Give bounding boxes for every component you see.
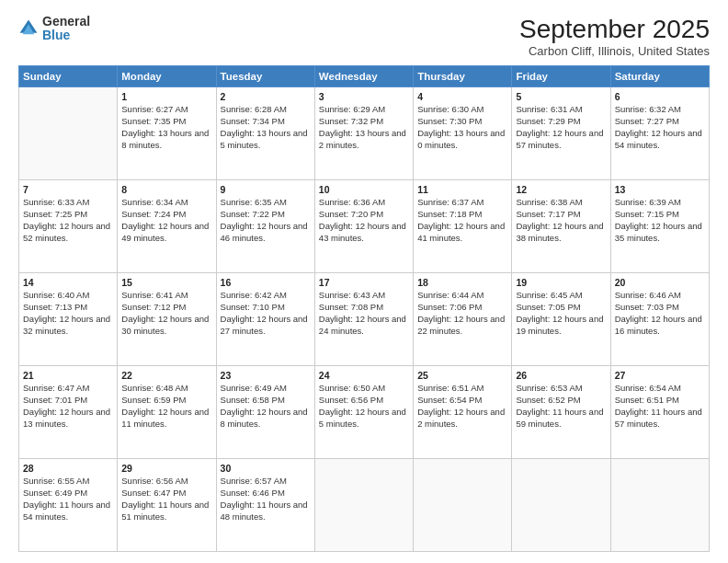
daylight-text: Daylight: 13 hours and 8 minutes. — [121, 128, 211, 152]
sunrise-text: Sunrise: 6:28 AM — [221, 104, 311, 116]
day-number: 4 — [417, 90, 507, 103]
daylight-text: Daylight: 13 hours and 5 minutes. — [221, 128, 311, 152]
daylight-text: Daylight: 11 hours and 57 minutes. — [615, 407, 705, 431]
daylight-text: Daylight: 12 hours and 49 minutes. — [121, 221, 211, 245]
day-cell: 28Sunrise: 6:55 AMSunset: 6:49 PMDayligh… — [19, 459, 118, 552]
day-cell — [414, 459, 512, 552]
sunset-text: Sunset: 7:18 PM — [417, 209, 507, 221]
day-number: 17 — [319, 276, 409, 289]
day-cell: 13Sunrise: 6:39 AMSunset: 7:15 PMDayligh… — [610, 180, 709, 273]
sunset-text: Sunset: 7:25 PM — [23, 209, 113, 221]
sunrise-text: Sunrise: 6:55 AM — [23, 476, 113, 488]
sunrise-text: Sunrise: 6:34 AM — [121, 197, 211, 209]
sunset-text: Sunset: 7:24 PM — [121, 209, 211, 221]
day-number: 6 — [615, 90, 705, 103]
daylight-text: Daylight: 12 hours and 2 minutes. — [417, 407, 507, 431]
sunset-text: Sunset: 7:20 PM — [319, 209, 409, 221]
day-number: 16 — [221, 276, 311, 289]
sunset-text: Sunset: 7:29 PM — [516, 116, 606, 128]
day-cell — [314, 459, 413, 552]
daylight-text: Daylight: 12 hours and 43 minutes. — [319, 221, 409, 245]
daylight-text: Daylight: 12 hours and 57 minutes. — [516, 128, 606, 152]
day-cell: 6Sunrise: 6:32 AMSunset: 7:27 PMDaylight… — [610, 87, 709, 180]
sunset-text: Sunset: 7:27 PM — [615, 116, 705, 128]
sunset-text: Sunset: 7:13 PM — [23, 302, 113, 314]
day-cell: 27Sunrise: 6:54 AMSunset: 6:51 PMDayligh… — [610, 366, 709, 459]
daylight-text: Daylight: 12 hours and 24 minutes. — [319, 314, 409, 338]
daylight-text: Daylight: 11 hours and 59 minutes. — [516, 407, 606, 431]
daylight-text: Daylight: 12 hours and 22 minutes. — [417, 314, 507, 338]
sunrise-text: Sunrise: 6:39 AM — [615, 197, 705, 209]
sunset-text: Sunset: 6:59 PM — [121, 395, 211, 407]
sunrise-text: Sunrise: 6:42 AM — [221, 290, 311, 302]
sunrise-text: Sunrise: 6:54 AM — [615, 383, 705, 395]
day-number: 30 — [221, 462, 311, 475]
day-cell: 25Sunrise: 6:51 AMSunset: 6:54 PMDayligh… — [414, 366, 512, 459]
daylight-text: Daylight: 12 hours and 11 minutes. — [121, 407, 211, 431]
day-cell: 3Sunrise: 6:29 AMSunset: 7:32 PMDaylight… — [314, 87, 413, 180]
day-number: 15 — [121, 276, 211, 289]
logo-general-text: General — [42, 15, 90, 29]
sunset-text: Sunset: 6:52 PM — [516, 395, 606, 407]
sunset-text: Sunset: 6:56 PM — [319, 395, 409, 407]
page: General Blue September 2025 Carbon Cliff… — [0, 0, 728, 563]
daylight-text: Daylight: 11 hours and 51 minutes. — [121, 500, 211, 523]
day-cell: 29Sunrise: 6:56 AMSunset: 6:47 PMDayligh… — [118, 459, 216, 552]
day-number: 24 — [319, 369, 409, 382]
daylight-text: Daylight: 12 hours and 27 minutes. — [221, 314, 311, 338]
calendar-subtitle: Carbon Cliff, Illinois, United States — [519, 44, 710, 58]
day-cell: 10Sunrise: 6:36 AMSunset: 7:20 PMDayligh… — [314, 180, 413, 273]
daylight-text: Daylight: 11 hours and 48 minutes. — [221, 500, 311, 523]
day-cell: 4Sunrise: 6:30 AMSunset: 7:30 PMDaylight… — [414, 87, 512, 180]
sunrise-text: Sunrise: 6:51 AM — [417, 383, 507, 395]
header-monday: Monday — [118, 66, 216, 87]
daylight-text: Daylight: 12 hours and 52 minutes. — [23, 221, 113, 245]
sunset-text: Sunset: 7:32 PM — [319, 116, 409, 128]
day-cell: 22Sunrise: 6:48 AMSunset: 6:59 PMDayligh… — [118, 366, 216, 459]
day-cell: 11Sunrise: 6:37 AMSunset: 7:18 PMDayligh… — [414, 180, 512, 273]
sunrise-text: Sunrise: 6:38 AM — [516, 197, 606, 209]
sunset-text: Sunset: 6:46 PM — [221, 488, 311, 500]
day-cell: 8Sunrise: 6:34 AMSunset: 7:24 PMDaylight… — [118, 180, 216, 273]
day-cell: 24Sunrise: 6:50 AMSunset: 6:56 PMDayligh… — [314, 366, 413, 459]
sunrise-text: Sunrise: 6:47 AM — [23, 383, 113, 395]
sunset-text: Sunset: 7:30 PM — [417, 116, 507, 128]
day-number: 27 — [615, 369, 705, 382]
week-row-3: 21Sunrise: 6:47 AMSunset: 7:01 PMDayligh… — [19, 366, 710, 459]
daylight-text: Daylight: 12 hours and 13 minutes. — [23, 407, 113, 431]
day-number: 1 — [121, 90, 211, 103]
sunset-text: Sunset: 6:47 PM — [121, 488, 211, 500]
sunrise-text: Sunrise: 6:35 AM — [221, 197, 311, 209]
day-cell: 17Sunrise: 6:43 AMSunset: 7:08 PMDayligh… — [314, 273, 413, 366]
day-cell — [512, 459, 610, 552]
daylight-text: Daylight: 12 hours and 16 minutes. — [615, 314, 705, 338]
daylight-text: Daylight: 13 hours and 2 minutes. — [319, 128, 409, 152]
calendar-table: Sunday Monday Tuesday Wednesday Thursday… — [18, 65, 710, 552]
sunset-text: Sunset: 6:51 PM — [615, 395, 705, 407]
day-number: 28 — [23, 462, 113, 475]
daylight-text: Daylight: 12 hours and 54 minutes. — [615, 128, 705, 152]
sunrise-text: Sunrise: 6:43 AM — [319, 290, 409, 302]
sunrise-text: Sunrise: 6:31 AM — [516, 104, 606, 116]
day-number: 23 — [221, 369, 311, 382]
day-number: 7 — [23, 183, 113, 196]
header-row: Sunday Monday Tuesday Wednesday Thursday… — [19, 66, 710, 87]
sunrise-text: Sunrise: 6:48 AM — [121, 383, 211, 395]
logo-icon — [18, 18, 39, 39]
title-block: September 2025 Carbon Cliff, Illinois, U… — [519, 15, 710, 58]
day-cell: 14Sunrise: 6:40 AMSunset: 7:13 PMDayligh… — [19, 273, 118, 366]
day-number: 22 — [121, 369, 211, 382]
sunset-text: Sunset: 7:10 PM — [221, 302, 311, 314]
day-cell — [19, 87, 118, 180]
header-wednesday: Wednesday — [314, 66, 413, 87]
sunrise-text: Sunrise: 6:32 AM — [615, 104, 705, 116]
day-number: 29 — [121, 462, 211, 475]
daylight-text: Daylight: 13 hours and 0 minutes. — [417, 128, 507, 152]
day-cell: 19Sunrise: 6:45 AMSunset: 7:05 PMDayligh… — [512, 273, 610, 366]
sunrise-text: Sunrise: 6:46 AM — [615, 290, 705, 302]
day-number: 9 — [221, 183, 311, 196]
sunset-text: Sunset: 7:01 PM — [23, 395, 113, 407]
logo: General Blue — [18, 15, 90, 43]
sunrise-text: Sunrise: 6:30 AM — [417, 104, 507, 116]
sunrise-text: Sunrise: 6:49 AM — [221, 383, 311, 395]
